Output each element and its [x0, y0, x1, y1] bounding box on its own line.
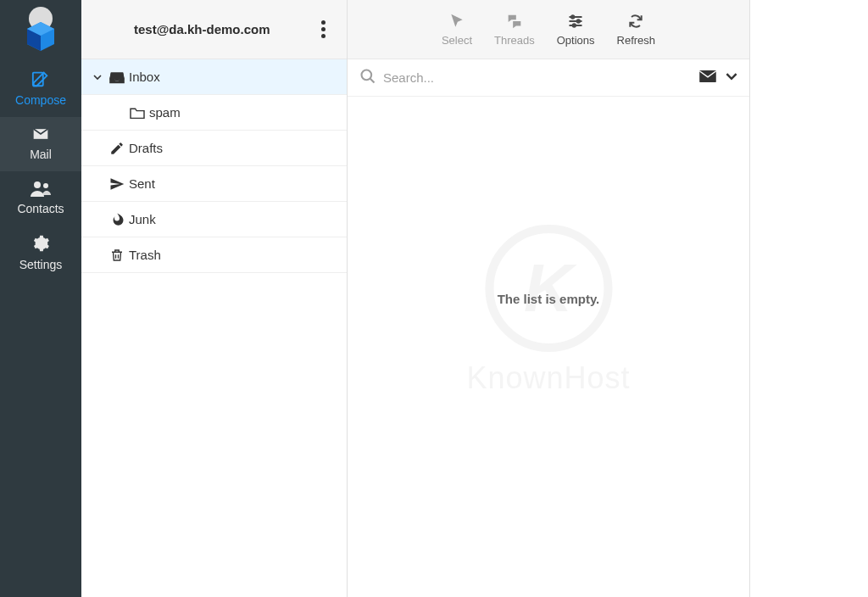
nav-settings-label: Settings: [19, 258, 63, 271]
svg-point-5: [34, 181, 41, 188]
nav-settings[interactable]: Settings: [0, 226, 81, 282]
nav-mail-label: Mail: [30, 148, 52, 161]
svg-rect-11: [699, 70, 716, 81]
fire-icon: [105, 212, 129, 227]
inbox-icon: [105, 70, 129, 84]
app-logo: [15, 5, 66, 56]
folder-label: Inbox: [129, 70, 160, 84]
nav-rail: Compose Mail Contacts Settings: [0, 0, 81, 597]
preview-pane: [750, 0, 868, 597]
folder-list: Inbox spam Drafts Sent: [81, 59, 347, 273]
empty-text: The list is empty.: [498, 292, 600, 306]
watermark: K KnownHost: [466, 225, 630, 396]
paper-plane-icon: [105, 176, 129, 192]
nav-mail[interactable]: Mail: [0, 117, 81, 171]
toolbar-threads[interactable]: Threads: [487, 12, 542, 47]
folder-spam[interactable]: spam: [81, 95, 347, 131]
chevron-down-icon[interactable]: [726, 70, 737, 86]
folder-junk[interactable]: Junk: [81, 202, 347, 237]
toolbar-label: Refresh: [617, 34, 656, 47]
folder-icon: [125, 106, 149, 120]
nav-contacts-label: Contacts: [17, 202, 64, 215]
folder-trash[interactable]: Trash: [81, 237, 347, 273]
folder-pane: test@da.kh-demo.com Inbox spam: [81, 0, 348, 597]
trash-icon: [105, 248, 129, 263]
toolbar-label: Options: [557, 34, 595, 47]
toolbar-label: Select: [442, 34, 472, 47]
svg-point-9: [573, 24, 576, 26]
svg-point-8: [577, 20, 580, 22]
search-bar: [348, 59, 749, 97]
message-toolbar: Select Threads Options Refresh: [348, 0, 749, 59]
toolbar-refresh[interactable]: Refresh: [610, 12, 663, 47]
folder-label: Drafts: [129, 141, 163, 155]
nav-compose[interactable]: Compose: [0, 61, 81, 117]
account-menu-button[interactable]: [313, 18, 333, 41]
folder-label: Trash: [129, 248, 161, 262]
folder-label: Sent: [129, 176, 155, 191]
search-input[interactable]: [383, 70, 698, 85]
envelope-icon[interactable]: [698, 70, 717, 86]
toolbar-options[interactable]: Options: [550, 12, 602, 47]
nav-compose-label: Compose: [15, 93, 66, 107]
nav-contacts[interactable]: Contacts: [0, 171, 81, 226]
folder-drafts[interactable]: Drafts: [81, 131, 347, 166]
chevron-down-icon[interactable]: [93, 70, 105, 84]
folder-sent[interactable]: Sent: [81, 166, 347, 202]
folder-inbox[interactable]: Inbox: [81, 59, 347, 95]
svg-point-7: [571, 15, 574, 18]
message-pane: Select Threads Options Refresh: [348, 0, 750, 597]
folder-label: Junk: [129, 212, 156, 226]
search-icon[interactable]: [359, 68, 376, 88]
account-email: test@da.kh-demo.com: [92, 22, 313, 36]
account-header: test@da.kh-demo.com: [81, 0, 347, 59]
toolbar-label: Threads: [494, 34, 535, 47]
folder-label: spam: [149, 105, 181, 120]
svg-point-6: [43, 183, 48, 188]
pencil-icon: [105, 141, 129, 156]
svg-point-10: [362, 70, 372, 80]
toolbar-select[interactable]: Select: [435, 12, 479, 47]
